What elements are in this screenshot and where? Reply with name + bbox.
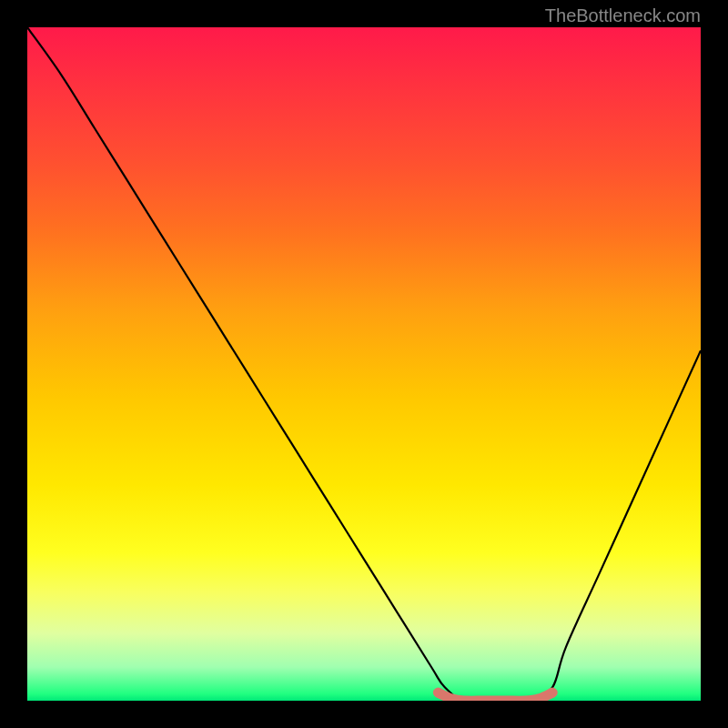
chart-svg: [27, 27, 701, 701]
bottleneck-curve-path: [27, 27, 701, 701]
plot-area: [27, 27, 701, 701]
chart-container: TheBottleneck.com: [0, 0, 728, 728]
optimal-zone-marker-path: [438, 693, 552, 701]
attribution-text: TheBottleneck.com: [545, 5, 701, 26]
